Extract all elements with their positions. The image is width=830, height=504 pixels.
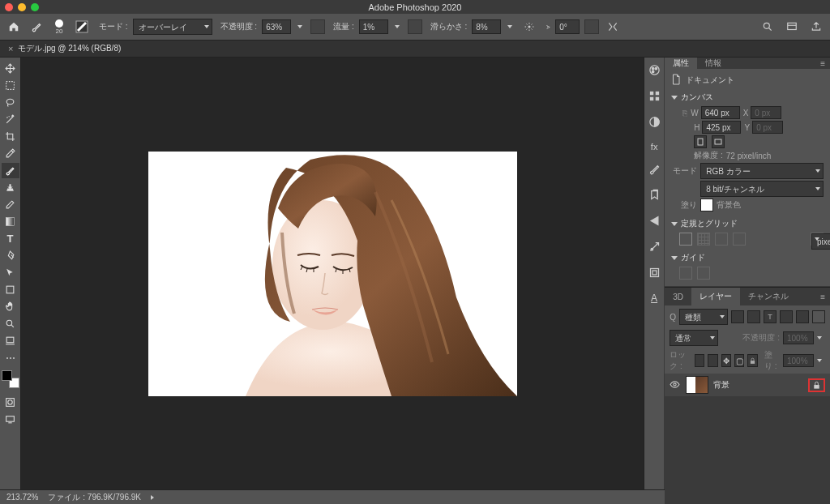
x-input[interactable]	[751, 106, 781, 119]
swatches-panel-icon[interactable]	[648, 90, 661, 105]
smoothing-input[interactable]	[472, 19, 501, 34]
filter-smart-icon[interactable]	[796, 310, 809, 323]
pressure-size-icon[interactable]	[584, 19, 599, 34]
minimize-window-button[interactable]	[18, 3, 26, 11]
close-window-button[interactable]	[5, 3, 13, 11]
document-tab[interactable]: × モデル.jpg @ 214% (RGB/8)	[0, 41, 129, 57]
orientation-portrait-button[interactable]	[694, 135, 707, 148]
move-tool[interactable]	[2, 61, 19, 76]
fill-color-swatch[interactable]	[700, 199, 713, 211]
layer-fill-input[interactable]	[783, 354, 814, 367]
clone-stamp-tool[interactable]	[2, 180, 19, 195]
eraser-tool[interactable]	[2, 197, 19, 212]
layer-thumbnail[interactable]	[686, 376, 708, 394]
pen-tool[interactable]	[2, 248, 19, 263]
width-input[interactable]	[701, 106, 740, 119]
lasso-tool[interactable]	[2, 95, 19, 110]
layer-visibility-icon[interactable]	[670, 379, 681, 391]
tab-layers[interactable]: レイヤー	[691, 288, 740, 305]
tab-channels[interactable]: チャンネル	[740, 288, 797, 305]
tab-properties[interactable]: 属性	[665, 58, 697, 69]
tab-3d[interactable]: 3D	[665, 288, 691, 305]
properties-panel-menu-icon[interactable]: ≡	[815, 58, 830, 69]
edit-toolbar[interactable]: ⋯	[2, 350, 19, 365]
lock-position-brush-icon[interactable]	[708, 354, 717, 367]
adjustments-panel-icon[interactable]	[648, 116, 661, 130]
brush-preview[interactable]: 20	[50, 18, 68, 36]
link-wh-icon[interactable]: ⎘	[682, 109, 687, 117]
filter-shape-icon[interactable]	[780, 310, 793, 323]
filter-toggle[interactable]	[812, 310, 825, 323]
tab-info[interactable]: 情報	[697, 58, 729, 69]
character-panel-icon[interactable]: A	[651, 293, 657, 304]
rulers-section-header[interactable]: 定規とグリッド	[671, 218, 824, 229]
guides-section-header[interactable]: ガイド	[671, 252, 824, 263]
layer-opacity-input[interactable]	[783, 331, 814, 344]
smoothing-options-icon[interactable]	[520, 18, 538, 36]
close-tab-icon[interactable]: ×	[8, 44, 13, 53]
search-icon[interactable]	[759, 18, 777, 36]
ruler-icon[interactable]	[679, 233, 692, 246]
pressure-opacity-icon[interactable]	[310, 19, 325, 34]
gradient-tool[interactable]	[2, 214, 19, 229]
brush-tool[interactable]	[2, 163, 19, 178]
layer-lock-indicator[interactable]	[808, 378, 825, 392]
filter-pixel-icon[interactable]	[731, 310, 744, 323]
layer-filter-select[interactable]: 種類	[679, 309, 728, 325]
blend-mode-layer-select[interactable]: 通常	[670, 330, 718, 346]
lock-pixels-icon[interactable]	[695, 354, 704, 367]
angle-input[interactable]	[555, 19, 580, 34]
color-mode-select[interactable]: RGB カラー	[700, 163, 824, 179]
shape-tool[interactable]	[2, 282, 19, 297]
layer-row-background[interactable]: 背景	[665, 374, 830, 396]
libraries-panel-icon[interactable]	[648, 189, 661, 203]
height-input[interactable]	[702, 121, 741, 134]
brush-settings-icon[interactable]	[73, 18, 91, 36]
brushes-panel-icon[interactable]	[648, 163, 661, 177]
workspace-switcher-icon[interactable]	[783, 18, 801, 36]
quickmask-toggle[interactable]	[2, 395, 19, 410]
marquee-tool[interactable]	[2, 78, 19, 93]
bit-depth-select[interactable]: 8 bit/チャンネル	[700, 181, 824, 197]
zoom-level[interactable]: 213.72%	[6, 493, 38, 502]
layers-panel-menu-icon[interactable]: ≡	[815, 288, 830, 305]
canvas-area[interactable]	[21, 58, 644, 489]
guides-icon[interactable]	[715, 233, 728, 246]
filter-type-icon[interactable]: T	[764, 310, 777, 323]
brush-tool-icon[interactable]	[28, 18, 45, 36]
ruler-unit-select[interactable]: pixel	[811, 233, 830, 250]
styles-panel-icon[interactable]: fx	[651, 142, 658, 152]
orientation-landscape-button[interactable]	[712, 135, 725, 148]
status-more-icon[interactable]	[151, 495, 154, 500]
home-icon[interactable]	[5, 18, 23, 36]
lock-position-icon[interactable]: ✥	[721, 354, 731, 367]
grid-icon[interactable]	[697, 233, 710, 246]
guide-option-1[interactable]	[679, 267, 692, 280]
actions-panel-icon[interactable]	[648, 215, 661, 229]
fg-bg-colors[interactable]	[2, 370, 19, 388]
opacity-input[interactable]	[262, 19, 291, 34]
snap-icon[interactable]	[733, 233, 746, 246]
zoom-tool[interactable]	[2, 316, 19, 331]
blend-mode-select[interactable]: オーバーレイ	[133, 19, 212, 35]
screen-mode-toggle[interactable]	[2, 412, 19, 427]
lock-all-icon[interactable]	[747, 354, 757, 367]
y-input[interactable]	[752, 121, 783, 134]
document-canvas[interactable]	[148, 152, 517, 396]
guide-option-2[interactable]	[697, 267, 710, 280]
paths-panel-icon[interactable]	[648, 267, 661, 281]
flow-input[interactable]	[359, 19, 388, 34]
type-tool[interactable]: T	[2, 231, 19, 246]
eyedropper-tool[interactable]	[2, 146, 19, 161]
symmetry-icon[interactable]	[604, 18, 622, 36]
layer-name[interactable]: 背景	[713, 379, 803, 391]
color-panel-icon[interactable]	[648, 64, 661, 79]
filter-adjustment-icon[interactable]	[747, 310, 760, 323]
hand-tool[interactable]	[2, 299, 19, 314]
crop-tool[interactable]	[2, 129, 19, 144]
lock-artboard-icon[interactable]: ▢	[734, 354, 744, 367]
history-panel-icon[interactable]	[648, 241, 661, 255]
canvas-section-header[interactable]: カンバス	[671, 92, 824, 103]
maximize-window-button[interactable]	[31, 3, 39, 11]
share-icon[interactable]	[807, 18, 825, 36]
